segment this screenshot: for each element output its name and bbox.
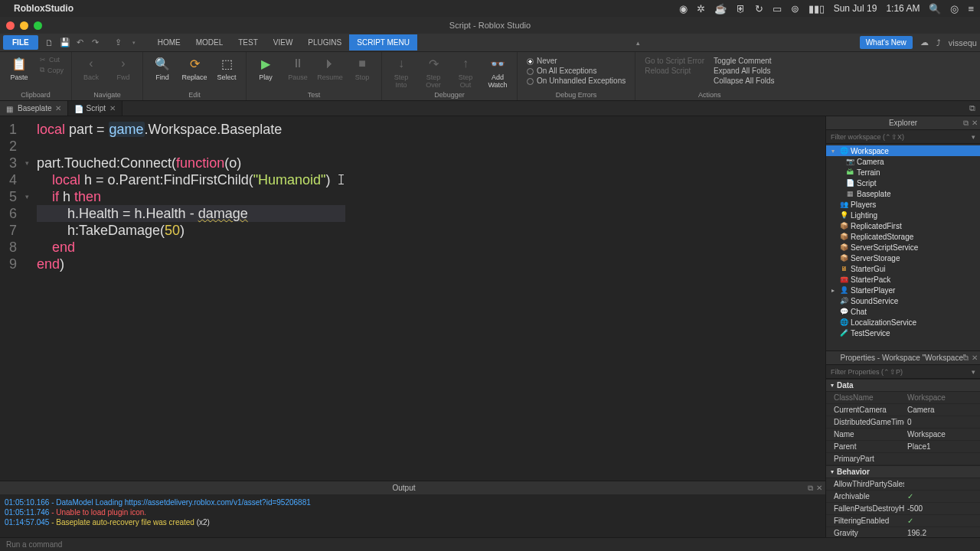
prop-distributedgametime[interactable]: DistributedGameTime0 — [826, 416, 980, 429]
copy-button[interactable]: ⧉Copy — [38, 65, 65, 75]
spotlight-icon[interactable]: 🔍 — [929, 3, 941, 15]
tree-item-replicatedstorage[interactable]: 📦ReplicatedStorage — [826, 231, 980, 242]
app-name[interactable]: RobloxStudio — [14, 3, 74, 14]
prop-archivable[interactable]: Archivable✓ — [826, 491, 980, 503]
timemachine-icon[interactable]: ↻ — [755, 3, 763, 15]
step-out-button[interactable]: ↑Step Out — [451, 54, 480, 90]
prop-parent[interactable]: ParentPlace1 — [826, 441, 980, 453]
coffee-icon[interactable]: ☕ — [714, 3, 727, 15]
prop-section-behavior[interactable]: ▾Behavior — [826, 465, 980, 478]
collapse-folds[interactable]: Collapse All Folds — [714, 77, 774, 85]
tree-item-starterplayer[interactable]: ▸👤StarterPlayer — [826, 285, 980, 295]
prop-allowthirdpartysales[interactable]: AllowThirdPartySales — [826, 478, 980, 491]
shield-icon[interactable]: ⛨ — [736, 3, 746, 15]
props-popout-icon[interactable]: ⧉ — [963, 354, 969, 363]
new-icon[interactable]: 🗋 — [44, 37, 55, 48]
prop-fallenpartsdestroyheight[interactable]: FallenPartsDestroyHeight-500 — [826, 503, 980, 515]
ribbon-tab-view[interactable]: VIEW — [266, 34, 301, 51]
reload-script[interactable]: Reload Script — [645, 67, 704, 75]
tree-item-chat[interactable]: 💬Chat — [826, 306, 980, 317]
resume-button[interactable]: ⏵Resume — [315, 54, 345, 83]
tree-item-localizationservice[interactable]: 🌐LocalizationService — [826, 317, 980, 328]
back-button[interactable]: ‹Back — [77, 54, 106, 83]
tree-item-script[interactable]: 📄Script — [826, 178, 980, 188]
save-icon[interactable]: 💾 — [60, 37, 70, 48]
stop-button[interactable]: ■Stop — [348, 54, 377, 83]
redo-icon[interactable]: ↷ — [90, 37, 101, 48]
ribbon-tab-script menu[interactable]: SCRIPT MENU — [349, 34, 417, 51]
cut-button[interactable]: ✂Cut — [38, 55, 65, 64]
props-close-icon[interactable]: ✕ — [972, 354, 978, 363]
select-button[interactable]: ⬚Select — [212, 54, 241, 83]
tree-item-camera[interactable]: 📷Camera — [826, 156, 980, 167]
publish-icon[interactable]: ⇪ — [113, 37, 124, 48]
cloud-icon[interactable]: ☁ — [920, 37, 929, 47]
explorer-close-icon[interactable]: ✕ — [972, 119, 978, 128]
paste-button[interactable]: 📋 Paste — [5, 54, 34, 83]
tab-close-icon[interactable]: ✕ — [55, 104, 61, 112]
ribbon-collapse-icon[interactable]: ▴ — [636, 39, 640, 47]
menubar-time[interactable]: 1:16 AM — [886, 3, 920, 14]
go-to-error[interactable]: Go to Script Error — [645, 57, 704, 65]
filter-dropdown-icon[interactable]: ▾ — [972, 133, 975, 141]
notif-icon[interactable]: ≡ — [968, 3, 974, 15]
output-popout-icon[interactable]: ⧉ — [808, 484, 813, 493]
tree-item-workspace[interactable]: ▾🌐Workspace — [826, 145, 980, 156]
tree-item-soundservice[interactable]: 🔊SoundService — [826, 295, 980, 306]
prop-currentcamera[interactable]: CurrentCameraCamera — [826, 404, 980, 416]
tree-item-serverscriptservice[interactable]: 📦ServerScriptService — [826, 242, 980, 253]
filter-dropdown-icon[interactable]: ▾ — [972, 368, 975, 376]
tree-item-starterpack[interactable]: 🧰StarterPack — [826, 274, 980, 285]
tree-item-terrain[interactable]: 🏔Terrain — [826, 167, 980, 178]
tree-item-startergui[interactable]: 🖥StarterGui — [826, 263, 980, 274]
command-bar[interactable] — [0, 537, 980, 551]
code-area[interactable]: local part = game.Workspace.Baseplatepar… — [32, 116, 345, 481]
properties-body[interactable]: ▾DataClassNameWorkspaceCurrentCameraCame… — [826, 379, 980, 537]
ribbon-tab-model[interactable]: MODEL — [188, 34, 231, 51]
qa-dropdown-icon[interactable]: ▾ — [129, 37, 139, 48]
prop-primarypart[interactable]: PrimaryPart — [826, 453, 980, 465]
prop-section-data[interactable]: ▾Data — [826, 379, 980, 392]
steam-icon[interactable]: ◉ — [679, 3, 688, 15]
replace-button[interactable]: ⟳Replace — [180, 54, 209, 83]
siri-icon[interactable]: ◎ — [950, 3, 959, 15]
tree-arrow-icon[interactable]: ▸ — [829, 287, 837, 294]
explorer-popout-icon[interactable]: ⧉ — [963, 119, 969, 128]
code-editor[interactable]: 123456789 ▾▾ local part = game.Workspace… — [0, 116, 825, 481]
tree-item-players[interactable]: 👥Players — [826, 199, 980, 210]
undo-icon[interactable]: ↶ — [75, 37, 86, 48]
tree-item-replicatedfirst[interactable]: 📦ReplicatedFirst — [826, 220, 980, 231]
doc-tab-baseplate[interactable]: ▦Baseplate✕ — [0, 101, 68, 116]
fold-gutter[interactable]: ▾▾ — [21, 116, 32, 481]
output-panel[interactable]: 01:05:10.166 - DataModel Loading https:/… — [0, 494, 825, 537]
break-never[interactable]: Never — [527, 57, 626, 65]
prop-name[interactable]: NameWorkspace — [826, 429, 980, 441]
tree-item-testservice[interactable]: 🧪TestService — [826, 328, 980, 338]
prop-filteringenabled[interactable]: FilteringEnabled✓ — [826, 515, 980, 527]
fwd-button[interactable]: ›Fwd — [109, 54, 138, 83]
prop-gravity[interactable]: Gravity196.2 — [826, 527, 980, 537]
find-button[interactable]: 🔍Find — [148, 54, 177, 83]
explorer-tree[interactable]: ▾🌐Workspace📷Camera🏔Terrain📄Script▦Basepl… — [826, 144, 980, 350]
tree-item-lighting[interactable]: 💡Lighting — [826, 210, 980, 220]
pause-button[interactable]: ⏸Pause — [283, 54, 312, 83]
step-into-button[interactable]: ↓Step Into — [387, 54, 416, 90]
ribbon-tab-test[interactable]: TEST — [230, 34, 266, 51]
break-all[interactable]: On All Exceptions — [527, 67, 626, 75]
menubar-date[interactable]: Sun Jul 19 — [834, 3, 877, 14]
break-unhandled[interactable]: On Unhandled Exceptions — [527, 77, 626, 85]
user-label[interactable]: vissequ — [949, 38, 977, 47]
explorer-filter[interactable]: Filter workspace (⌃⇧X) ▾ — [826, 130, 980, 144]
close-button[interactable] — [6, 21, 15, 30]
wifi-icon[interactable]: ⊚ — [791, 3, 799, 15]
whats-new-button[interactable]: What's New — [860, 36, 913, 49]
tree-arrow-icon[interactable]: ▾ — [829, 148, 837, 155]
prop-classname[interactable]: ClassNameWorkspace — [826, 392, 980, 404]
tree-item-serverstorage[interactable]: 📦ServerStorage — [826, 253, 980, 263]
minimize-button[interactable] — [20, 21, 28, 30]
add-watch-button[interactable]: 👓Add Watch — [483, 54, 512, 90]
tree-item-baseplate[interactable]: ▦Baseplate — [826, 188, 980, 199]
maximize-button[interactable] — [34, 21, 42, 30]
tab-close-icon[interactable]: ✕ — [109, 104, 116, 112]
file-menu[interactable]: FILE — [3, 35, 38, 50]
